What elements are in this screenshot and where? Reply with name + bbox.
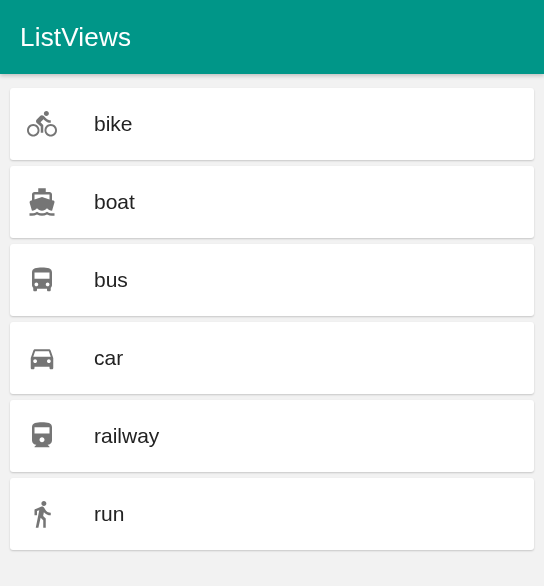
app-title: ListViews <box>20 22 131 53</box>
bus-icon <box>26 264 58 296</box>
list-item-label: bus <box>94 268 128 292</box>
list-item-label: car <box>94 346 123 370</box>
app-bar: ListViews <box>0 0 544 74</box>
list-item-boat[interactable]: boat <box>10 166 534 238</box>
boat-icon <box>26 186 58 218</box>
list-item-railway[interactable]: railway <box>10 400 534 472</box>
list-item-bus[interactable]: bus <box>10 244 534 316</box>
list-item-label: run <box>94 502 124 526</box>
list-container: bike boat bus car railway run <box>0 74 544 564</box>
list-item-run[interactable]: run <box>10 478 534 550</box>
list-item-label: bike <box>94 112 133 136</box>
list-item-label: railway <box>94 424 159 448</box>
list-item-label: boat <box>94 190 135 214</box>
run-icon <box>26 498 58 530</box>
railway-icon <box>26 420 58 452</box>
bike-icon <box>26 108 58 140</box>
car-icon <box>26 342 58 374</box>
list-item-bike[interactable]: bike <box>10 88 534 160</box>
list-item-car[interactable]: car <box>10 322 534 394</box>
